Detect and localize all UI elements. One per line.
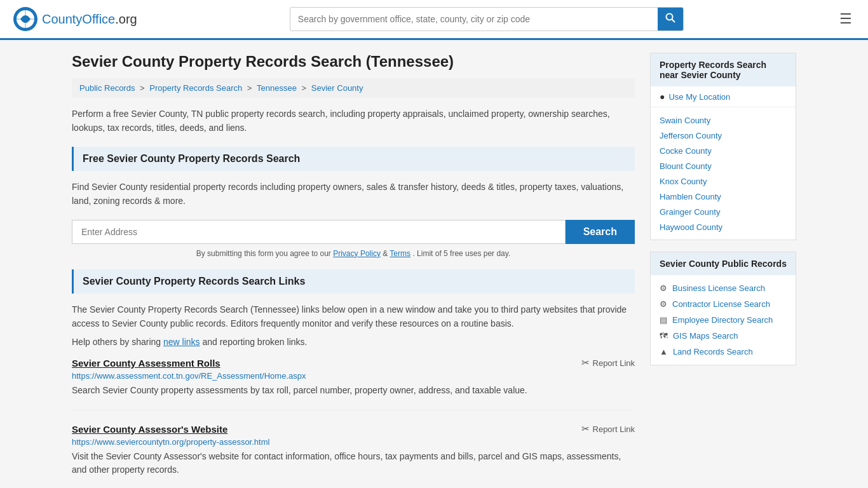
nearby-county-blount: Blount County bbox=[651, 158, 796, 173]
nearby-county-cocke: Cocke County bbox=[651, 143, 796, 158]
address-form: Search bbox=[72, 220, 635, 244]
logo-icon bbox=[13, 6, 38, 32]
breadcrumb-tennessee[interactable]: Tennessee bbox=[257, 83, 297, 93]
free-search-description: Find Sevier County residential property … bbox=[72, 180, 635, 208]
terms-link[interactable]: Terms bbox=[390, 249, 410, 258]
nearby-county-grainger-link[interactable]: Grainger County bbox=[660, 207, 720, 217]
links-section-heading: Sevier County Property Records Search Li… bbox=[72, 269, 635, 294]
svg-point-3 bbox=[666, 14, 672, 20]
form-note: By submitting this form you agree to our… bbox=[72, 249, 635, 258]
public-record-gis-maps: 🗺 GIS Maps Search bbox=[651, 328, 796, 344]
gis-maps-icon: 🗺 bbox=[660, 331, 668, 341]
breadcrumb-property-records-search[interactable]: Property Records Search bbox=[149, 83, 242, 93]
nearby-county-jefferson: Jefferson County bbox=[651, 128, 796, 143]
nearby-county-knox-link[interactable]: Knox County bbox=[660, 177, 707, 186]
contractor-license-icon: ⚙ bbox=[660, 299, 667, 309]
public-records-title: Sevier County Public Records bbox=[651, 252, 796, 275]
business-license-icon: ⚙ bbox=[660, 283, 667, 293]
report-link-assessment-rolls[interactable]: ✂ Report Link bbox=[581, 357, 635, 369]
breadcrumb: Public Records > Property Records Search… bbox=[72, 78, 635, 98]
page-title: Sevier County Property Records Search (T… bbox=[72, 53, 635, 71]
header: CountyOffice.org ☰ bbox=[0, 0, 868, 40]
breadcrumb-public-records[interactable]: Public Records bbox=[79, 83, 135, 93]
public-records-list: ⚙ Business License Search ⚙ Contractor L… bbox=[651, 275, 796, 365]
svg-line-4 bbox=[672, 20, 675, 23]
nearby-county-knox: Knox County bbox=[651, 173, 796, 189]
nearby-county-hamblen: Hamblen County bbox=[651, 189, 796, 204]
link-item-assessment-rolls: Sevier County Assessment Rolls ✂ Report … bbox=[72, 357, 635, 410]
report-link-assessor-website[interactable]: ✂ Report Link bbox=[581, 423, 635, 435]
nearby-county-blount-link[interactable]: Blount County bbox=[660, 161, 712, 171]
business-license-link[interactable]: Business License Search bbox=[672, 283, 765, 293]
link-url-assessor-website[interactable]: https://www.seviercountytn.org/property-… bbox=[72, 437, 635, 447]
link-title-assessment-rolls[interactable]: Sevier County Assessment Rolls bbox=[72, 358, 220, 369]
address-input[interactable] bbox=[72, 220, 566, 244]
gis-maps-link[interactable]: GIS Maps Search bbox=[673, 331, 738, 341]
nearby-county-jefferson-link[interactable]: Jefferson County bbox=[660, 131, 722, 140]
main-content: Sevier County Property Records Search (T… bbox=[72, 53, 635, 488]
land-records-icon: ▲ bbox=[660, 347, 668, 356]
nearby-county-hamblen-link[interactable]: Hamblen County bbox=[660, 192, 721, 201]
sidebar: Property Records Search near Sevier Coun… bbox=[650, 53, 796, 488]
link-item-assessor-website: Sevier County Assessor's Website ✂ Repor… bbox=[72, 423, 635, 488]
nearby-counties-list: Swain County Jefferson County Cocke Coun… bbox=[651, 107, 796, 240]
main-container: Sevier County Property Records Search (T… bbox=[59, 40, 809, 488]
hamburger-menu[interactable]: ☰ bbox=[836, 8, 855, 30]
public-record-employee-directory: ▤ Employee Directory Search bbox=[651, 312, 796, 328]
logo-text: CountyOffice.org bbox=[42, 12, 137, 26]
nearby-county-grainger: Grainger County bbox=[651, 204, 796, 219]
report-icon-2: ✂ bbox=[581, 423, 590, 435]
report-icon: ✂ bbox=[581, 357, 590, 369]
breadcrumb-sevier-county[interactable]: Sevier County bbox=[311, 83, 363, 93]
share-line: Help others by sharing new links and rep… bbox=[72, 337, 635, 347]
contractor-license-link[interactable]: Contractor License Search bbox=[672, 299, 770, 309]
use-location-link[interactable]: Use My Location bbox=[668, 92, 730, 102]
use-my-location[interactable]: ● Use My Location bbox=[651, 86, 796, 107]
nearby-counties-section: Property Records Search near Sevier Coun… bbox=[650, 53, 796, 240]
location-icon: ● bbox=[660, 92, 665, 102]
page-description: Perform a free Sevier County, TN public … bbox=[72, 107, 635, 135]
employee-directory-link[interactable]: Employee Directory Search bbox=[672, 315, 773, 325]
link-desc-assessor-website: Visit the Sevier County Assessor's websi… bbox=[72, 450, 635, 477]
privacy-policy-link[interactable]: Privacy Policy bbox=[333, 249, 381, 258]
nearby-county-swain-link[interactable]: Swain County bbox=[660, 116, 710, 125]
employee-directory-icon: ▤ bbox=[660, 315, 667, 325]
global-search-input[interactable] bbox=[290, 9, 658, 29]
link-url-assessment-rolls[interactable]: https://www.assessment.cot.tn.gov/RE_Ass… bbox=[72, 371, 635, 381]
link-desc-assessment-rolls: Search Sevier County property assessment… bbox=[72, 384, 635, 397]
public-record-contractor-license: ⚙ Contractor License Search bbox=[651, 296, 796, 312]
global-search-button[interactable] bbox=[658, 8, 683, 30]
search-button[interactable]: Search bbox=[566, 220, 635, 244]
free-search-heading: Free Sevier County Property Records Sear… bbox=[72, 147, 635, 171]
link-title-assessor-website[interactable]: Sevier County Assessor's Website bbox=[72, 424, 227, 435]
links-section: Sevier County Property Records Search Li… bbox=[72, 269, 635, 488]
nearby-county-cocke-link[interactable]: Cocke County bbox=[660, 146, 712, 156]
global-search-bar bbox=[290, 7, 684, 31]
links-description: The Sevier County Property Records Searc… bbox=[72, 302, 635, 331]
land-records-link[interactable]: Land Records Search bbox=[673, 347, 753, 356]
nearby-county-swain: Swain County bbox=[651, 112, 796, 128]
nearby-county-haywood: Haywood County bbox=[651, 219, 796, 234]
new-links-link[interactable]: new links bbox=[163, 337, 200, 347]
public-records-section: Sevier County Public Records ⚙ Business … bbox=[650, 252, 796, 365]
public-record-business-license: ⚙ Business License Search bbox=[651, 280, 796, 296]
public-record-land-records: ▲ Land Records Search bbox=[651, 344, 796, 360]
nearby-county-haywood-link[interactable]: Haywood County bbox=[660, 222, 722, 232]
logo: CountyOffice.org bbox=[13, 6, 137, 32]
nearby-counties-title: Property Records Search near Sevier Coun… bbox=[651, 53, 796, 86]
